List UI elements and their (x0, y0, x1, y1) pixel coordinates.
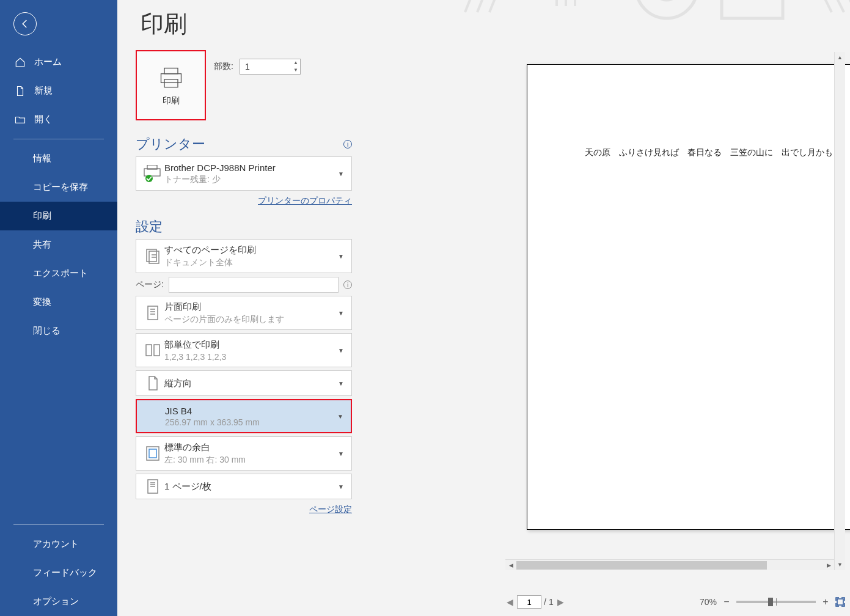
printer-icon (158, 65, 185, 92)
sidebar-item-save-copy[interactable]: コピーを保存 (0, 173, 117, 202)
chevron-down-icon: ▼ (338, 253, 346, 260)
one-page-icon (141, 478, 164, 495)
margins-title: 標準の余白 (164, 442, 338, 453)
svg-line-11 (826, 0, 850, 12)
svg-point-0 (636, 0, 697, 18)
sidebar-item-home[interactable]: ホーム (0, 48, 117, 76)
sidebar-item-label: アカウント (33, 538, 79, 550)
sidebar-item-label: コピーを保存 (33, 182, 88, 193)
home-icon (15, 57, 26, 68)
sidebar-item-label: オプション (33, 596, 79, 607)
copies-up[interactable]: ▲ (291, 59, 300, 67)
zoom-controls: 70% − + (700, 597, 845, 607)
printer-dropdown[interactable]: Brother DCP-J988N Printer トナー残量: 少 ▼ (136, 156, 352, 191)
print-range-sub: ドキュメント全体 (164, 257, 338, 268)
sidebar-item-label: 変換 (33, 296, 51, 308)
sidebar-item-label: 新規 (34, 85, 53, 97)
copies-label: 部数: (214, 61, 233, 72)
pages-label: ページ: (136, 279, 164, 290)
svg-rect-12 (164, 68, 178, 73)
preview-area: 天の原 ふりさけ見れば 春日なる 三笠の山に 出でし月かも ▲ ▼ ◀ ▶ (505, 52, 845, 570)
print-range-title: すべてのページを印刷 (164, 244, 338, 256)
sidebar-item-export[interactable]: エクスポート (0, 259, 117, 288)
print-range-dropdown[interactable]: すべてのページを印刷 ドキュメント全体 ▼ (136, 239, 352, 273)
svg-rect-29 (149, 449, 156, 458)
collation-sub: 1,2,3 1,2,3 1,2,3 (164, 352, 338, 362)
sides-dropdown[interactable]: 片面印刷 ページの片面のみを印刷します ▼ (136, 296, 352, 330)
svg-rect-34 (837, 599, 843, 605)
scroll-thumb[interactable] (516, 561, 767, 570)
sidebar-item-label: フィードバック (33, 567, 97, 579)
page-title: 印刷 (141, 9, 187, 40)
margins-dropdown[interactable]: 標準の余白 左: 30 mm 右: 30 mm ▼ (136, 436, 352, 471)
info-icon[interactable]: i (343, 280, 352, 289)
sidebar-item-close[interactable]: 閉じる (0, 317, 117, 345)
zoom-in-button[interactable]: + (821, 597, 830, 607)
page-setup-link[interactable]: ページ設定 (136, 504, 352, 515)
scroll-left-icon[interactable]: ◀ (505, 560, 516, 570)
sidebar-item-info[interactable]: 情報 (0, 144, 117, 173)
sidebar-item-print[interactable]: 印刷 (0, 202, 117, 230)
pages-per-sheet-dropdown[interactable]: 1 ページ/枚 ▼ (136, 474, 352, 499)
zoom-percent: 70% (700, 597, 717, 607)
sidebar-item-label: ホーム (34, 56, 62, 68)
svg-rect-26 (146, 345, 152, 356)
scroll-down-icon[interactable]: ▼ (835, 559, 845, 570)
chevron-down-icon: ▼ (338, 380, 346, 387)
svg-rect-22 (148, 306, 158, 320)
decor-pattern (434, 0, 850, 49)
svg-rect-2 (722, 0, 783, 18)
sidebar-item-label: 印刷 (33, 210, 51, 222)
page-separator: / (544, 597, 546, 607)
sidebar-item-share[interactable]: 共有 (0, 230, 117, 259)
divider (13, 139, 104, 139)
svg-line-10 (813, 0, 844, 12)
info-icon[interactable]: i (343, 140, 352, 148)
sidebar-item-label: 情報 (33, 153, 51, 164)
sidebar-item-transform[interactable]: 変換 (0, 288, 117, 317)
sidebar-item-new[interactable]: 新規 (0, 76, 117, 105)
sidebar-item-feedback[interactable]: フィードバック (0, 559, 117, 587)
zoom-slider[interactable] (736, 601, 816, 603)
back-button[interactable] (13, 12, 37, 35)
scroll-up-icon[interactable]: ▲ (835, 52, 845, 63)
sidebar-item-open[interactable]: 開く (0, 105, 117, 134)
print-button[interactable]: 印刷 (136, 50, 206, 120)
svg-rect-27 (154, 345, 159, 356)
printer-status-icon (141, 165, 164, 182)
next-page-button[interactable]: ▶ (556, 597, 565, 607)
printer-status: トナー残量: 少 (164, 174, 338, 185)
paper-size-dropdown[interactable]: JIS B4 256.97 mm x 363.95 mm ▼ (136, 399, 352, 433)
sidebar-item-label: 開く (34, 114, 53, 125)
sidebar-item-label: 閉じる (33, 325, 60, 337)
pages-input[interactable] (169, 277, 339, 293)
sidebar-item-options[interactable]: オプション (0, 587, 117, 616)
scroll-right-icon[interactable]: ▶ (823, 560, 834, 570)
chevron-down-icon: ▼ (338, 170, 346, 177)
collation-dropdown[interactable]: 部単位で印刷 1,2,3 1,2,3 1,2,3 ▼ (136, 333, 352, 367)
document-icon (15, 86, 26, 97)
prev-page-button[interactable]: ◀ (505, 597, 515, 607)
vertical-scrollbar[interactable]: ▲ ▼ (834, 52, 845, 570)
orientation-dropdown[interactable]: 縦方向 ▼ (136, 370, 352, 396)
paper-size-title: JIS B4 (165, 406, 337, 416)
horizontal-scrollbar[interactable]: ◀ ▶ (505, 559, 834, 570)
folder-icon (15, 114, 26, 125)
page-preview: 天の原 ふりさけ見れば 春日なる 三笠の山に 出でし月かも (527, 64, 850, 530)
pages-per-sheet-title: 1 ページ/枚 (164, 481, 338, 493)
sidebar-item-label: エクスポート (33, 268, 88, 279)
copies-down[interactable]: ▼ (291, 67, 300, 74)
sides-title: 片面印刷 (164, 301, 338, 313)
current-page-input[interactable] (517, 595, 541, 609)
printer-properties-link[interactable]: プリンターのプロパティ (136, 196, 352, 207)
fit-to-page-icon[interactable] (835, 597, 845, 607)
collate-icon (141, 342, 164, 359)
svg-rect-14 (164, 79, 178, 87)
svg-rect-15 (144, 169, 160, 176)
sidebar-item-account[interactable]: アカウント (0, 530, 117, 559)
svg-line-4 (477, 0, 502, 12)
divider (13, 524, 104, 525)
collation-title: 部単位で印刷 (164, 339, 338, 351)
sides-sub: ページの片面のみを印刷します (164, 314, 338, 325)
zoom-out-button[interactable]: − (722, 597, 731, 607)
